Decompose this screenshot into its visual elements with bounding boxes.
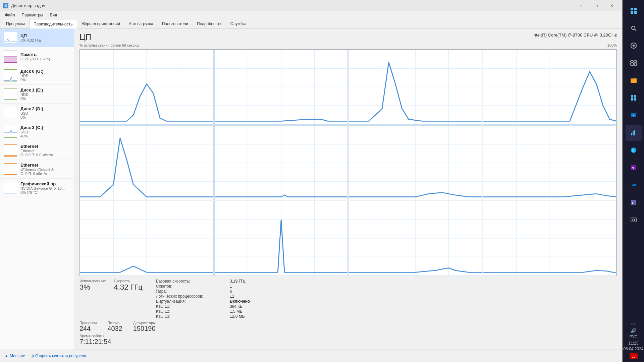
menu-params[interactable]: Параметры: [18, 11, 47, 19]
l3-value: 12,0 МБ: [230, 314, 283, 319]
windows-icon[interactable]: [626, 3, 642, 19]
cpu-sub: 3% 4,32 ГГц: [20, 38, 70, 42]
eth2-sub1: vEthernet (Default S...: [20, 168, 70, 172]
logical-value: 12: [230, 294, 283, 299]
sidebar-item-disk2[interactable]: Диск 2 (D:) SSD 0%: [0, 104, 74, 122]
threads-value: 4032: [107, 325, 122, 333]
gpu-thumbnail: [4, 182, 17, 194]
base-speed-label: Базовая скорость:: [156, 279, 230, 284]
minimize-button[interactable]: −: [573, 0, 589, 11]
cpu-thumbnail: [4, 32, 17, 44]
eth1-sub2: О: 8,0 П: 8,0 кбит/с: [20, 153, 70, 157]
system-tray: 🔊: [631, 328, 636, 333]
app-icon: ⊞: [3, 3, 8, 8]
main-content: ЦП Intel(R) Core(TM) i7-8700 CPU @ 3.20G…: [74, 28, 622, 350]
menu-view[interactable]: Вид: [46, 11, 60, 19]
uptime-group: Время работы 7:11:21:54: [79, 334, 617, 346]
skype-icon[interactable]: S: [626, 142, 642, 158]
svg-rect-94: [634, 11, 637, 14]
sidebar-item-disk3[interactable]: Диск 3 (C:) SSD 40%: [0, 122, 74, 141]
cpu-core-chart-5: [214, 125, 348, 200]
tab-details[interactable]: Подробности: [193, 19, 226, 28]
disk3-label: Диск 3 (C:): [20, 125, 70, 130]
tab-users[interactable]: Пользователи: [158, 19, 193, 28]
window-controls: − □ ✕: [573, 0, 620, 11]
l1-value: 384 КБ: [230, 304, 283, 309]
onedrive-icon[interactable]: [626, 177, 642, 193]
lang-indicator[interactable]: РУС: [629, 335, 637, 339]
notification-badge[interactable]: 35: [630, 353, 638, 359]
disk1-sub2: 0%: [20, 97, 70, 101]
chevron-left-icon[interactable]: ‹: [631, 321, 633, 326]
disk1-thumbnail: [4, 88, 17, 100]
sidebar-item-eth1[interactable]: Ethernet Ethernet О: 8,0 П: 8,0 кбит/с: [0, 141, 74, 160]
svg-rect-113: [634, 130, 635, 135]
onenote-icon[interactable]: N: [626, 160, 642, 176]
uptime-label: Время работы: [79, 334, 617, 338]
sidebar-item-disk1[interactable]: Диск 1 (E:) HDD 0%: [0, 85, 74, 104]
svg-point-121: [633, 219, 635, 221]
maximize-button[interactable]: □: [589, 0, 604, 11]
eth2-sub2: О: 0 П: 0 кбит/с: [20, 172, 70, 176]
tab-processes[interactable]: Процессы: [2, 19, 29, 28]
disk3-sub2: 40%: [20, 134, 70, 138]
cortana-icon[interactable]: [626, 38, 642, 54]
close-button[interactable]: ✕: [604, 0, 620, 11]
content-area: ЦП 3% 4,32 ГГц Память 8,3/15,9 ГБ (52%): [0, 28, 622, 350]
tab-services[interactable]: Службы: [226, 19, 250, 28]
tab-performance[interactable]: Производительность: [29, 19, 77, 28]
store-icon[interactable]: [626, 90, 642, 106]
cpu-model: Intel(R) Core(TM) i7-8700 CPU @ 3.20GHz: [532, 33, 617, 38]
cpu-core-chart-2: [348, 50, 482, 125]
monitor-button[interactable]: ⊞ Открыть монитор ресурсов: [31, 354, 86, 358]
less-button[interactable]: ▲ Меньше: [4, 354, 25, 358]
cpu-core-chart-9: [214, 201, 348, 276]
file-explorer-icon[interactable]: [626, 72, 642, 88]
speed-stat: Скорость 4,32 ГГц: [114, 279, 143, 319]
cpu-core-chart-4: [80, 125, 214, 200]
svg-rect-106: [634, 95, 636, 98]
eth2-thumbnail: [4, 163, 17, 175]
gpu-sub1: NVIDIA GeForce GTX 10...: [20, 186, 70, 190]
sidebar-item-disk0[interactable]: Диск 0 (G:) HDD 0%: [0, 66, 74, 85]
eth2-info: Ethernet vEthernet (Default S... О: 0 П:…: [20, 163, 70, 176]
sidebar-item-cpu[interactable]: ЦП 3% 4,32 ГГц: [0, 28, 74, 47]
sidebar-item-gpu[interactable]: Графический пр... NVIDIA GeForce GTX 10.…: [0, 179, 74, 197]
speed-value: 4,32 ГГц: [114, 283, 143, 292]
l1-label: Кэш L1:: [156, 304, 230, 309]
disk1-label: Диск 1 (E:): [20, 87, 70, 93]
svg-text:S: S: [632, 148, 634, 152]
disk1-info: Диск 1 (E:) HDD 0%: [20, 87, 70, 101]
eth1-sub1: Ethernet: [20, 149, 70, 153]
disk0-sub2: 0%: [20, 78, 70, 82]
eth1-info: Ethernet Ethernet О: 8,0 П: 8,0 кбит/с: [20, 144, 70, 157]
sidebar-item-eth2[interactable]: Ethernet vEthernet (Default S... О: 0 П:…: [0, 160, 74, 179]
descriptors-group: Дескрипторы 150190: [133, 321, 156, 333]
l3-label: Кэш L3:: [156, 314, 230, 319]
teams-icon[interactable]: T: [626, 194, 642, 210]
volume-icon[interactable]: 🔊: [631, 328, 636, 333]
gpu-label: Графический пр...: [20, 181, 70, 186]
processes-label: Процессы: [79, 321, 97, 325]
usage-value: 3%: [79, 283, 106, 292]
task-view-icon[interactable]: [626, 55, 642, 71]
search-icon[interactable]: [626, 20, 642, 36]
speed-label: Скорость: [114, 279, 143, 283]
svg-line-96: [635, 29, 636, 31]
chevron-right-icon[interactable]: ›: [634, 321, 636, 326]
gpu-sub2: 0% (76 °C): [20, 190, 70, 194]
cpu-header: ЦП Intel(R) Core(TM) i7-8700 CPU @ 3.20G…: [79, 33, 617, 42]
svg-point-95: [632, 26, 635, 29]
title-bar: ⊞ Диспетчер задач − □ ✕: [0, 0, 622, 11]
sidebar-item-memory[interactable]: Память 8,3/15,9 ГБ (52%): [0, 47, 74, 66]
outlook-icon[interactable]: Ou: [626, 107, 642, 123]
tab-applog[interactable]: Журнал приложений: [77, 19, 124, 28]
taskmgr-icon[interactable]: [626, 125, 642, 141]
svg-rect-99: [631, 61, 633, 62]
disk0-sub1: HDD: [20, 74, 70, 78]
screenshot-icon[interactable]: [626, 212, 642, 228]
tab-autostart[interactable]: Автозагрузка: [124, 19, 158, 28]
menu-file[interactable]: Файл: [2, 11, 18, 19]
sockets-value: 1: [230, 284, 283, 289]
cpu-core-chart-6: [348, 125, 482, 200]
